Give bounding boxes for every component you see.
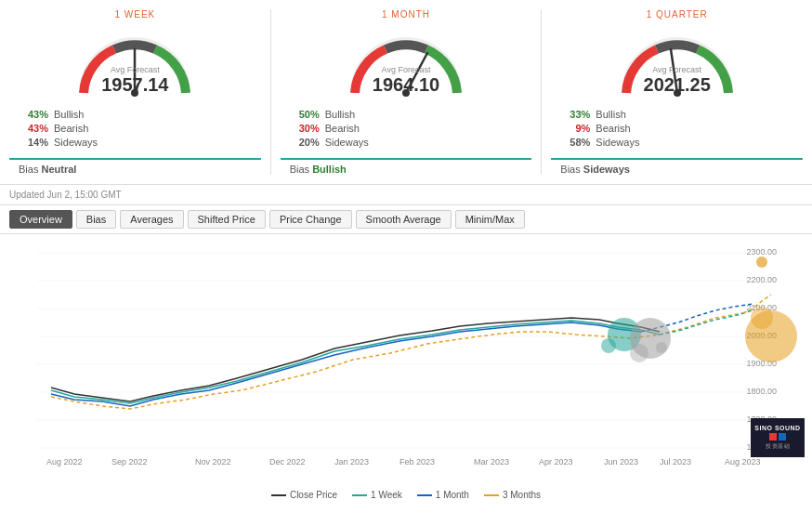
logo-area: SINO SOUND 投资基础 [751,418,805,457]
chart-legend: Close Price 1 Week 1 Month 3 Months [0,485,812,505]
svg-text:Apr 2023: Apr 2023 [539,457,573,467]
bias-word-1q: Sideways [583,164,630,175]
tab-minim-max[interactable]: Minim/Max [455,210,525,229]
tab-bias[interactable]: Bias [76,210,116,229]
svg-text:2300.00: 2300.00 [746,247,777,256]
legend-label-close: Close Price [290,490,337,500]
stats-table-1m: 50% Bullish 30% Bearish 20% Sideways [281,109,532,151]
stats-table-1w: 43% Bullish 43% Bearish 14% Sideways [9,109,261,151]
bias-row-1w: Bias Neutral [9,158,261,175]
stats-table-1q: 33% Bullish 9% Bearish 58% Sideways [551,109,803,151]
legend-line-3m [484,494,499,496]
forecast-panels: 1 WEEK Avg Forecast 1957.14 [0,0,812,185]
tab-smooth-average[interactable]: Smooth Average [356,210,452,229]
bias-row-1q: Bias Sideways [551,158,803,175]
svg-text:Mar 2023: Mar 2023 [474,457,509,467]
chart-svg: 2300.00 2200.00 2100.00 2000.00 1900.00 … [0,234,812,485]
legend-label-3m: 3 Months [503,490,541,500]
bubble-orange-med [751,307,773,329]
legend-1month: 1 Month [417,490,469,500]
bearish-pct-1q: 9% [560,123,590,134]
sideways-pct-1m: 20% [290,137,320,148]
svg-text:Sep 2022: Sep 2022 [111,457,148,467]
bearish-pct-1m: 30% [290,123,320,134]
avg-forecast-label-1m: Avg Forecast [373,65,439,74]
legend-label-1m: 1 Month [436,490,469,500]
legend-label-1w: 1 Week [371,490,402,500]
logo-text-top: SINO SOUND [754,425,800,431]
bias-word-1w: Neutral [41,164,76,175]
bubble-orange-small [756,256,767,268]
update-bar: Updated Jun 2, 15:00 GMT [0,185,812,205]
line-close-price [51,318,660,401]
bias-row-1m: Bias Bullish [281,158,532,175]
gauge-1week: Avg Forecast 1957.14 [70,23,200,98]
svg-text:2200.00: 2200.00 [746,275,777,284]
avg-forecast-value-1w: 1957.14 [101,74,168,95]
bullish-pct-1q: 33% [560,109,590,120]
chart-area: 2300.00 2200.00 2100.00 2000.00 1900.00 … [0,234,812,485]
period-label-1week: 1 WEEK [114,9,155,20]
bullish-pct-1w: 43% [19,109,48,120]
avg-forecast-value-1m: 1964.10 [373,74,439,95]
svg-text:Feb 2023: Feb 2023 [399,457,435,467]
svg-text:Jun 2023: Jun 2023 [604,457,638,467]
sideways-pct-1q: 58% [560,137,590,148]
svg-text:1800.00: 1800.00 [746,387,777,396]
forecast-panel-1week: 1 WEEK Avg Forecast 1957.14 [0,9,271,175]
gauge-1month: Avg Forecast 1964.10 [341,23,471,98]
bearish-pct-1w: 43% [19,123,48,134]
update-text: Updated Jun 2, 15:00 GMT [9,190,122,200]
svg-text:Dec 2022: Dec 2022 [269,457,306,467]
bubble-teal-small [601,338,616,353]
tab-shifted-price[interactable]: Shifted Price [188,210,266,229]
avg-forecast-value-1q: 2021.25 [644,74,711,95]
bullish-pct-1m: 50% [290,109,320,120]
bubble-gray-small [656,342,667,353]
legend-line-1w [352,494,367,496]
tab-price-change[interactable]: Price Change [269,210,352,229]
legend-3months: 3 Months [484,490,541,500]
gauge-1quarter: Avg Forecast 2021.25 [612,23,742,98]
period-label-1quarter: 1 QUARTER [647,9,708,20]
avg-forecast-label-1w: Avg Forecast [101,65,168,74]
svg-text:Aug 2023: Aug 2023 [725,457,761,467]
legend-line-close [271,494,286,496]
bubble-gray-med [630,344,648,362]
logo-text-bottom: 投资基础 [766,442,790,451]
svg-text:Jan 2023: Jan 2023 [334,457,369,467]
tab-averages[interactable]: Averages [120,210,183,229]
forecast-panel-1quarter: 1 QUARTER Avg Forecast 2021.25 33% Bulli… [542,9,812,175]
tab-bar: Overview Bias Averages Shifted Price Pri… [0,205,812,234]
svg-text:Jul 2023: Jul 2023 [660,457,691,467]
svg-text:Nov 2022: Nov 2022 [195,457,231,467]
forecast-panel-1month: 1 MONTH Avg Forecast 1964.10 50% Bullish [271,9,543,175]
bias-word-1m: Bullish [312,164,347,175]
tab-overview[interactable]: Overview [9,210,72,229]
legend-close-price: Close Price [271,490,337,500]
avg-forecast-label-1q: Avg Forecast [644,65,711,74]
sideways-pct-1w: 14% [19,137,48,148]
svg-text:Aug 2022: Aug 2022 [46,457,83,467]
line-1week [51,321,660,403]
legend-1week: 1 Week [352,490,402,500]
legend-line-1m [417,494,432,496]
period-label-1month: 1 MONTH [382,9,430,20]
